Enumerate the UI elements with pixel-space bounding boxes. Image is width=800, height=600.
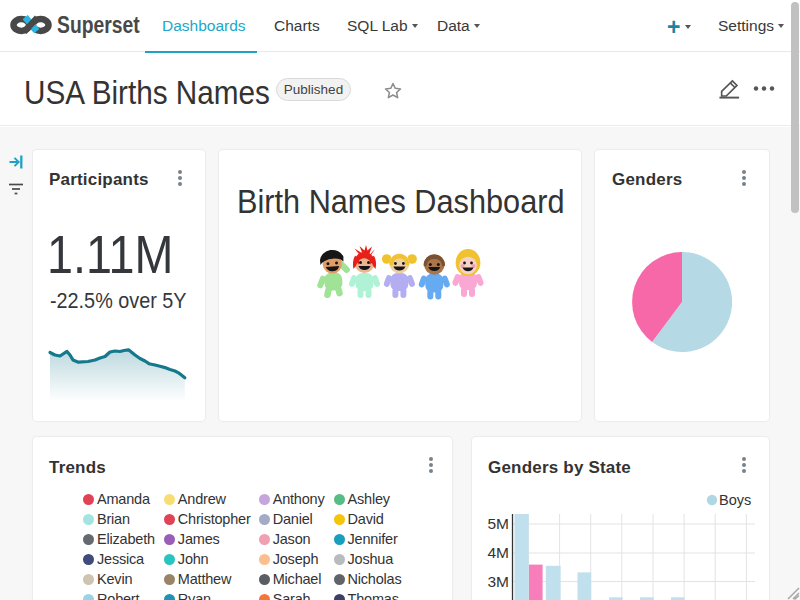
- svg-text:5M: 5M: [487, 515, 509, 532]
- svg-text:Boys: Boys: [719, 492, 751, 508]
- svg-text:4M: 4M: [487, 544, 509, 561]
- svg-text:3M: 3M: [487, 573, 509, 590]
